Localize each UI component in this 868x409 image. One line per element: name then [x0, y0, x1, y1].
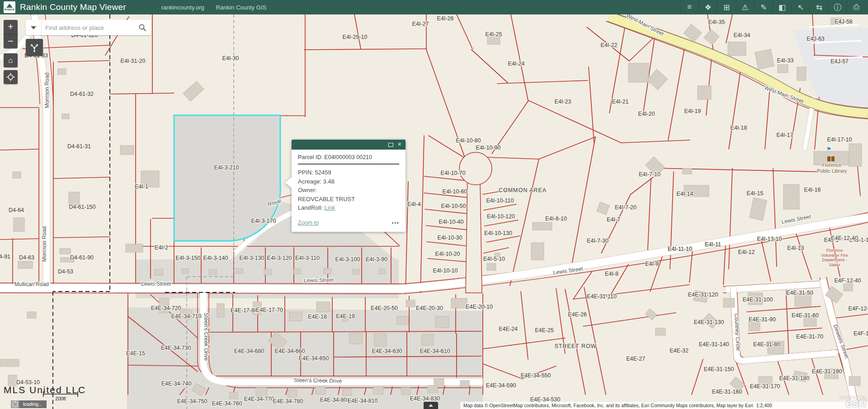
- home-button[interactable]: ⌂: [4, 53, 18, 67]
- legend-icon[interactable]: ≡: [680, 0, 698, 14]
- svg-text:E4E-26: E4E-26: [568, 311, 587, 318]
- landroll-link[interactable]: Link: [325, 204, 335, 211]
- svg-text:E4E-31-130: E4E-31-130: [694, 319, 724, 325]
- svg-text:E4I-7: E4I-7: [607, 216, 620, 223]
- zoom-in-button[interactable]: +: [4, 20, 18, 34]
- svg-text:E4E-12-40: E4E-12-40: [831, 235, 858, 241]
- svg-text:Morrison Road: Morrison Road: [41, 226, 47, 262]
- basemap-gallery-icon[interactable]: ⊞: [717, 0, 736, 14]
- svg-text:E4E-31-90: E4E-31-90: [749, 316, 776, 323]
- zoom-to-link[interactable]: Zoom to: [298, 220, 319, 226]
- draw-icon[interactable]: ◧: [773, 0, 791, 14]
- svg-text:E4E-31-60: E4E-31-60: [792, 312, 819, 319]
- svg-text:E4I-7-10: E4I-7-10: [639, 171, 660, 178]
- svg-text:E4I-10-20: E4I-10-20: [435, 251, 460, 257]
- svg-text:E4E-31-50: E4E-31-50: [786, 290, 813, 296]
- svg-text:E4I-10-70: E4I-10-70: [441, 170, 466, 176]
- popup-titlebar: ×: [292, 140, 406, 150]
- svg-text:Morrison Road: Morrison Road: [44, 73, 50, 108]
- svg-text:E4E-34-740: E4E-34-740: [161, 381, 192, 387]
- select-icon[interactable]: ↖: [791, 0, 810, 14]
- search-button[interactable]: [133, 20, 151, 35]
- svg-text:E4E-34-550: E4E-34-550: [521, 372, 551, 379]
- popup-footer: Zoom to •••: [298, 220, 399, 227]
- svg-text:COMMON AREA: COMMON AREA: [499, 187, 547, 193]
- svg-text:E4I-11: E4I-11: [705, 241, 721, 248]
- zoom-out-button[interactable]: −: [4, 34, 18, 48]
- svg-text:D4-61-31: D4-61-31: [67, 143, 91, 150]
- svg-text:E4I-23: E4I-23: [555, 99, 571, 105]
- svg-text:E4I-9: E4I-9: [645, 261, 659, 267]
- svg-text:E4E-31-140: E4E-31-140: [699, 341, 729, 348]
- app-header: RANKIN Rankin County Map Viewer rankinco…: [0, 0, 868, 14]
- svg-text:E4I-20: E4I-20: [638, 111, 655, 117]
- svg-text:E4E-31-80: E4E-31-80: [753, 341, 780, 348]
- locate-button[interactable]: [4, 70, 18, 84]
- attribution-bar: Map data © OpenStreetMap contributors, M…: [460, 402, 868, 409]
- svg-text:E4I-10-120: E4I-10-120: [487, 213, 515, 220]
- svg-text:E4E-34-760: E4E-34-760: [212, 400, 242, 407]
- watermark-label: MLS United LLC: [4, 385, 86, 395]
- search-source-dropdown[interactable]: [26, 20, 42, 35]
- close-icon[interactable]: ×: [398, 141, 401, 147]
- map-canvas[interactable]: ⚑D4-61-320D4-61-33E4I-31-20E4I-30E4I-29-…: [0, 14, 868, 409]
- chevron-down-icon: [31, 26, 36, 29]
- svg-text:E4E-20-30: E4E-20-30: [416, 305, 443, 311]
- svg-text:E4E-34-780: E4E-34-780: [273, 398, 303, 404]
- svg-text:E4J-57: E4J-57: [830, 58, 849, 65]
- svg-text:Mullican Road: Mullican Road: [14, 281, 49, 287]
- map-scale-text: 1:2,400: [753, 403, 772, 408]
- search-input[interactable]: [42, 20, 133, 35]
- popup-more-button[interactable]: •••: [392, 220, 399, 226]
- svg-text:E4E-34-730: E4E-34-730: [161, 345, 191, 351]
- svg-text:E4I-25: E4I-25: [486, 31, 502, 38]
- svg-text:D4-63: D4-63: [19, 254, 34, 261]
- layers-icon[interactable]: ❖: [698, 0, 717, 14]
- pan-tool-button[interactable]: [26, 39, 43, 56]
- svg-text:E4E-20-10: E4E-20-10: [466, 304, 493, 310]
- svg-text:E4I-24: E4I-24: [508, 61, 525, 67]
- svg-text:E4E-34-710: E4E-34-710: [171, 313, 202, 320]
- svg-text:E4E-15: E4E-15: [126, 350, 145, 357]
- svg-text:E4I-3-210: E4I-3-210: [214, 165, 239, 171]
- print-icon[interactable]: ⎙: [847, 0, 865, 14]
- svg-text:E4I-21: E4I-21: [612, 99, 629, 105]
- page-title: Rankin County Map Viewer: [20, 2, 126, 12]
- link-rankincounty-org[interactable]: rankincounty.org: [161, 4, 204, 11]
- svg-text:E4I-10-110: E4I-10-110: [486, 197, 514, 204]
- svg-text:E4E-34-590: E4E-34-590: [486, 382, 516, 389]
- popup-ppin: PPIN: 52459: [298, 168, 399, 177]
- svg-text:E4I-15: E4I-15: [747, 190, 764, 197]
- svg-text:E4I-3-130: E4I-3-130: [240, 255, 264, 261]
- attribution-toggle-button[interactable]: [424, 402, 438, 409]
- svg-text:E4E-20-50: E4E-20-50: [371, 305, 398, 311]
- svg-text:E4I-2: E4I-2: [155, 244, 168, 251]
- svg-text:E4I-10-90: E4I-10-90: [476, 145, 501, 151]
- svg-text:E4I-35: E4I-35: [708, 19, 725, 25]
- svg-text:E4I-7-30: E4I-7-30: [587, 238, 609, 244]
- svg-text:Volunteer Fire: Volunteer Fire: [821, 253, 848, 258]
- svg-text:E4E-18: E4E-18: [308, 314, 327, 320]
- svg-text:E4I-29-10: E4I-29-10: [343, 34, 368, 40]
- popup-landroll-row: LandRoll: Link: [298, 203, 399, 212]
- svg-text:E4I-8: E4I-8: [605, 271, 618, 277]
- measure-icon[interactable]: ✎: [754, 0, 773, 14]
- popup-attributes: PPIN: 52459 Acreage: 3.48 Owner: REOVCAB…: [298, 168, 399, 212]
- swipe-icon[interactable]: ⇆: [810, 0, 828, 14]
- zoom-control: + −: [4, 20, 18, 48]
- svg-text:200ft: 200ft: [55, 396, 66, 401]
- svg-text:E4J-58: E4J-58: [835, 19, 853, 25]
- popup-owner-value: REOVCABLE TRUST: [298, 195, 399, 204]
- svg-text:E4E-31-170: E4E-31-170: [750, 383, 780, 390]
- header-toolbar: ≡❖⊞⚠✎◧↖⇆ⓘ⎙: [680, 0, 865, 14]
- info-icon[interactable]: ⓘ: [828, 0, 847, 14]
- svg-text:E4I-12: E4I-12: [738, 249, 755, 255]
- svg-text:E4I-10-50: E4I-10-50: [441, 203, 466, 209]
- maximize-icon[interactable]: [388, 143, 393, 147]
- svg-text:E4E-34-630: E4E-34-630: [372, 348, 402, 354]
- link-rankin-county-gis[interactable]: Rankin County GIS: [216, 4, 266, 11]
- svg-text:E4E-34-800: E4E-34-800: [320, 397, 350, 403]
- svg-text:E4E-17-70: E4E-17-70: [256, 307, 283, 313]
- alerts-icon[interactable]: ⚠: [736, 0, 754, 14]
- svg-text:E4I-10-60: E4I-10-60: [443, 188, 467, 195]
